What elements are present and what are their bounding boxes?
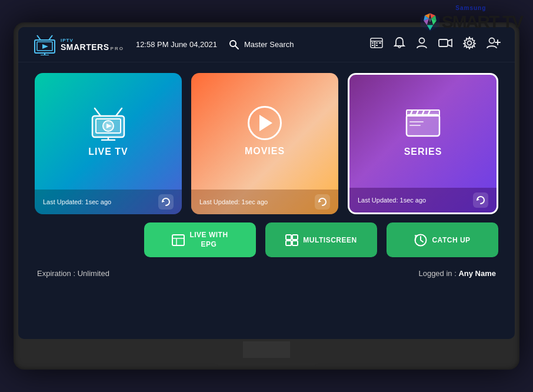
svg-rect-21: [372, 42, 374, 44]
svg-rect-22: [376, 42, 378, 44]
svg-point-30: [468, 41, 472, 45]
samsung-branding: Samsung SMART TV: [419, 5, 522, 32]
smart-tv-text: SMART TV: [442, 12, 522, 32]
logo-smarters-label: SMARTERS: [61, 43, 109, 51]
svg-line-17: [235, 46, 238, 49]
status-bar: Expiration : Unlimited Logged in : Any N…: [35, 265, 498, 280]
svg-rect-25: [376, 45, 378, 46]
video-camera-icon[interactable]: [438, 38, 452, 51]
gear-icon[interactable]: [463, 36, 476, 52]
movies-last-updated: Last Updated: 1sec ago: [199, 198, 268, 205]
tv-stand: [18, 341, 515, 365]
catchup-button[interactable]: CATCH UP: [387, 222, 498, 257]
tv-base: [214, 358, 319, 365]
live-tv-icon: [88, 105, 129, 141]
movies-refresh-button[interactable]: [315, 194, 330, 210]
logo-text-area: IPTV SMARTERS PRO: [61, 38, 124, 51]
header-icons-group: [370, 36, 501, 52]
clapperboard-icon: [405, 105, 441, 138]
svg-line-12: [49, 35, 52, 40]
movies-label: MOVIES: [245, 146, 285, 157]
series-clapper-icon: [405, 105, 441, 141]
live-tv-card-body: LIVE TV: [35, 73, 182, 190]
user-icon[interactable]: [416, 36, 428, 52]
live-tv-card[interactable]: LIVE TV Last Updated: 1sec ago: [35, 73, 182, 214]
series-card-footer: Last Updated: 1sec ago: [349, 188, 497, 212]
multiscreen-icon: [285, 234, 298, 246]
cards-row: LIVE TV Last Updated: 1sec ago: [35, 73, 498, 214]
svg-point-27: [419, 38, 425, 44]
svg-rect-59: [286, 241, 291, 245]
svg-marker-29: [448, 39, 452, 46]
user-add-icon[interactable]: [487, 36, 501, 52]
expiry-status: Expiration : Unlimited: [37, 269, 109, 278]
play-triangle: [259, 115, 272, 131]
live-tv-last-updated: Last Updated: 1sec ago: [43, 198, 111, 205]
spacer: [35, 222, 135, 257]
svg-marker-13: [42, 44, 48, 49]
logo-pro-label: PRO: [111, 46, 124, 51]
svg-rect-60: [292, 241, 298, 245]
movies-card[interactable]: MOVIES Last Updated: 1sec ago: [191, 73, 338, 214]
tv-antenna-icon: [88, 105, 129, 141]
svg-point-31: [489, 38, 495, 44]
svg-rect-57: [286, 235, 291, 240]
movies-play-icon: [248, 106, 282, 140]
app-header: IPTV SMARTERS PRO 12:58 PM June 04,2021: [18, 27, 515, 62]
search-icon: [229, 39, 239, 50]
logged-in-value: Any Name: [458, 269, 496, 278]
samsung-text: Samsung: [419, 5, 522, 11]
live-epg-label: LIVE WITH EPG: [189, 231, 228, 249]
app-content: IPTV SMARTERS PRO 12:58 PM June 04,2021: [18, 27, 515, 339]
live-tv-refresh-button[interactable]: [158, 194, 174, 210]
svg-rect-58: [292, 235, 298, 240]
expiry-value: Unlimited: [78, 269, 109, 278]
logged-in-label: Logged in :: [418, 269, 456, 278]
movies-card-footer: Last Updated: 1sec ago: [191, 190, 338, 214]
live-tv-card-footer: Last Updated: 1sec ago: [35, 190, 182, 214]
tv-frame: IPTV SMARTERS PRO 12:58 PM June 04,2021: [14, 22, 519, 370]
expiry-label: Expiration :: [37, 269, 75, 278]
iptv-logo-icon: [32, 34, 57, 55]
refresh-icon: [476, 195, 485, 205]
tv-neck: [243, 341, 290, 358]
svg-rect-28: [439, 39, 448, 46]
svg-line-37: [116, 108, 122, 116]
app-logo: IPTV SMARTERS PRO: [32, 34, 124, 55]
svg-rect-24: [372, 45, 374, 46]
catchup-icon: [414, 234, 427, 247]
samsung-logo: SMART TV: [419, 11, 522, 32]
series-refresh-button[interactable]: [473, 192, 488, 208]
live-epg-button[interactable]: LIVE WITH EPG: [144, 222, 256, 257]
epg-icon: [172, 234, 185, 246]
main-content: LIVE TV Last Updated: 1sec ago: [18, 62, 515, 339]
live-tv-label: LIVE TV: [88, 147, 128, 157]
catchup-label: CATCH UP: [432, 236, 470, 244]
refresh-icon: [161, 197, 171, 207]
svg-line-11: [37, 35, 41, 40]
series-label: SERIES: [404, 147, 442, 157]
series-last-updated: Last Updated: 1sec ago: [358, 197, 426, 204]
multiscreen-button[interactable]: MULTISCREEN: [265, 222, 377, 257]
datetime-display: 12:58 PM June 04,2021: [136, 40, 217, 49]
tv-screen: IPTV SMARTERS PRO 12:58 PM June 04,2021: [18, 27, 515, 339]
svg-line-36: [95, 108, 101, 116]
master-search-label: Master Search: [244, 40, 294, 49]
master-search-button[interactable]: Master Search: [229, 39, 294, 50]
svg-rect-54: [172, 235, 184, 245]
samsung-gem-icon: [419, 11, 441, 32]
action-buttons-row: LIVE WITH EPG MULTISCREEN: [35, 222, 498, 257]
multiscreen-label: MULTISCREEN: [303, 236, 357, 244]
movies-card-body: MOVIES: [191, 73, 338, 190]
tv-guide-icon[interactable]: [370, 38, 383, 51]
series-card[interactable]: SERIES Last Updated: 1sec ago: [348, 73, 498, 214]
svg-rect-23: [379, 42, 381, 44]
refresh-icon: [318, 197, 327, 207]
logged-in-status: Logged in : Any Name: [418, 269, 496, 278]
series-card-body: SERIES: [349, 75, 497, 188]
bell-icon[interactable]: [394, 36, 405, 52]
